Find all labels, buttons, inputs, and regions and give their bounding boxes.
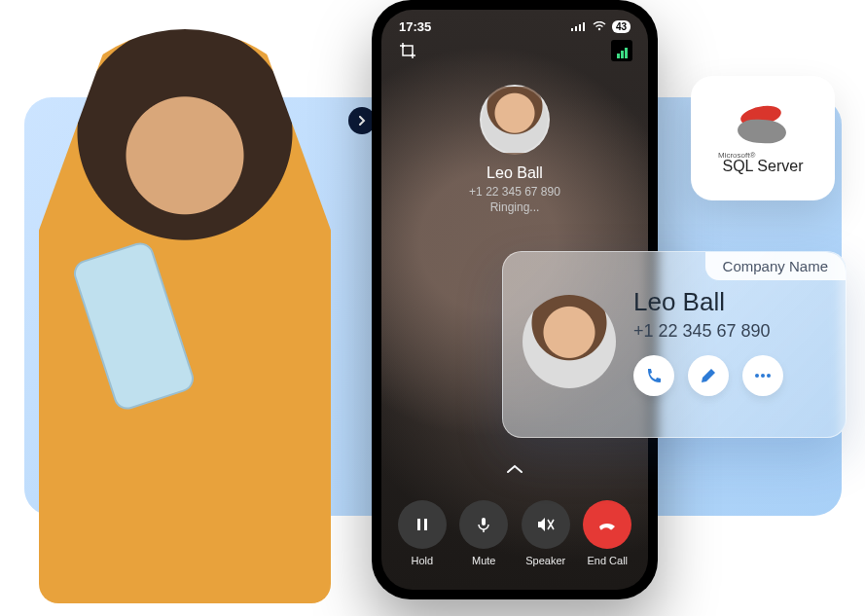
contact-card: Company Name Leo Ball +1 22 345 67 890 — [502, 251, 847, 438]
phone-hangup-icon — [583, 500, 631, 549]
wifi-icon — [593, 19, 606, 34]
contact-phone: +1 22 345 67 890 — [633, 321, 783, 342]
speaker-button[interactable]: Speaker — [522, 500, 570, 566]
hold-button[interactable]: Hold — [398, 500, 447, 566]
svg-point-16 — [755, 374, 759, 378]
svg-rect-11 — [424, 519, 427, 530]
svg-rect-12 — [482, 518, 486, 525]
caller-block: Leo Ball +1 22 345 67 890 Ringing... — [381, 85, 648, 214]
svg-rect-1 — [575, 26, 577, 31]
svg-point-18 — [767, 374, 771, 378]
app-signal-icon[interactable] — [611, 40, 632, 61]
call-action-button[interactable] — [633, 355, 674, 396]
svg-rect-3 — [583, 22, 585, 31]
battery-indicator: 43 — [612, 20, 631, 33]
status-bar: 17:35 43 — [381, 10, 648, 38]
chevron-up-icon[interactable] — [506, 461, 523, 477]
cell-signal-icon — [571, 19, 587, 34]
svg-rect-10 — [417, 519, 420, 530]
pause-icon — [398, 500, 447, 549]
call-actions: Hold Mute Speaker End Call — [381, 490, 648, 580]
sql-brand: SQL Server — [723, 158, 804, 175]
end-call-button[interactable]: End Call — [583, 500, 631, 566]
contact-avatar[interactable] — [523, 295, 616, 388]
end-call-label: End Call — [587, 555, 628, 566]
pencil-icon — [700, 367, 717, 384]
svg-point-17 — [761, 374, 765, 378]
speaker-label: Speaker — [525, 555, 565, 566]
more-icon — [754, 373, 772, 379]
svg-rect-0 — [571, 28, 573, 31]
svg-rect-5 — [403, 46, 413, 55]
caller-avatar[interactable] — [480, 85, 550, 155]
caller-phone: +1 22 345 67 890 — [469, 185, 560, 199]
caller-name: Leo Ball — [487, 164, 543, 182]
svg-rect-2 — [579, 24, 581, 31]
caller-status: Ringing... — [490, 200, 540, 214]
marketing-person-photo — [10, 10, 360, 603]
phone-icon — [645, 367, 663, 384]
speaker-off-icon — [522, 500, 570, 549]
mute-button[interactable]: Mute — [459, 500, 508, 566]
hold-label: Hold — [411, 555, 433, 566]
sql-server-logo-icon — [734, 102, 792, 147]
svg-point-4 — [598, 28, 600, 30]
crop-icon[interactable] — [397, 40, 418, 61]
mute-label: Mute — [472, 555, 495, 566]
status-time: 17:35 — [399, 19, 431, 34]
more-action-button[interactable] — [742, 355, 783, 396]
microphone-icon — [459, 500, 508, 549]
sql-server-card[interactable]: Microsoft® SQL Server — [691, 76, 835, 200]
company-name-tag[interactable]: Company Name — [705, 252, 846, 280]
edit-action-button[interactable] — [688, 355, 729, 396]
contact-name: Leo Ball — [633, 287, 783, 317]
